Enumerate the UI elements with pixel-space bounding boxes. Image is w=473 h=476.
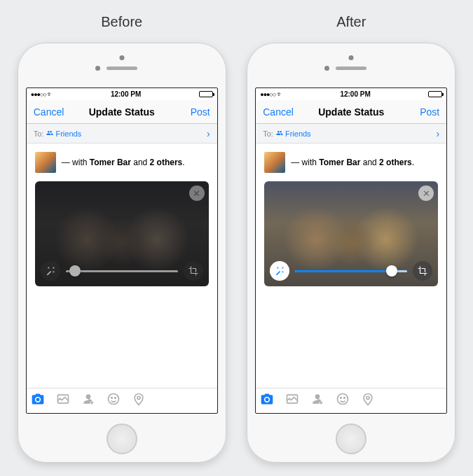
camera-icon[interactable] <box>31 392 45 410</box>
screen-before: ●●●○○ ᯤ 12:00 PM Cancel Update Status Po… <box>26 88 218 414</box>
cancel-button[interactable]: Cancel <box>263 106 295 118</box>
slider-fill <box>295 270 392 272</box>
cancel-button[interactable]: Cancel <box>34 106 66 118</box>
svg-point-4 <box>137 396 140 399</box>
audience-value: Friends <box>55 130 81 138</box>
svg-point-6 <box>338 394 348 405</box>
tag-people-icon[interactable] <box>81 392 95 410</box>
location-icon[interactable] <box>132 392 146 410</box>
composer-header: — with Tomer Bar and 2 others. <box>35 152 209 173</box>
magic-enhance-button[interactable] <box>270 261 289 281</box>
feeling-icon[interactable] <box>336 392 350 410</box>
wand-icon <box>46 266 55 276</box>
wand-icon <box>275 266 285 276</box>
to-label: To: <box>263 130 273 138</box>
phone-camera-dot <box>349 55 354 60</box>
signal-icon: ●●●○○ ᯤ <box>31 91 53 98</box>
home-button[interactable] <box>107 424 137 454</box>
feeling-icon[interactable] <box>107 392 121 410</box>
enhance-slider[interactable] <box>66 270 178 272</box>
svg-point-1 <box>108 394 118 405</box>
post-button[interactable]: Post <box>407 106 439 118</box>
friends-icon <box>276 130 283 138</box>
signal-icon: ●●●○○ ᯤ <box>260 91 282 98</box>
svg-point-3 <box>114 398 116 399</box>
phone-speaker <box>107 66 137 70</box>
nav-bar: Cancel Update Status Post <box>27 100 217 124</box>
composer-toolbar <box>256 388 446 413</box>
nav-title: Update Status <box>89 106 155 118</box>
composer-area[interactable]: — with Tomer Bar and 2 others. ✕ <box>27 144 217 388</box>
phone-sensor-dot <box>324 66 329 71</box>
composer-area[interactable]: — with Tomer Bar and 2 others. ✕ <box>256 144 446 388</box>
phone-frame-after: ●●●○○ ᯤ 12:00 PM Cancel Update Status Po… <box>247 43 455 463</box>
friends-icon <box>46 130 53 138</box>
phone-sensor-dot <box>95 66 100 71</box>
location-icon[interactable] <box>361 392 375 410</box>
home-button[interactable] <box>336 424 366 454</box>
post-button[interactable]: Post <box>178 106 210 118</box>
status-time: 12:00 PM <box>340 90 370 98</box>
before-column: Before ●●●○○ ᯤ 12:00 PM Cancel Update St… <box>18 14 226 463</box>
phone-frame-before: ●●●○○ ᯤ 12:00 PM Cancel Update Status Po… <box>18 43 226 463</box>
album-icon[interactable] <box>56 392 70 410</box>
photo-attachment[interactable]: ✕ <box>35 181 209 286</box>
battery-icon <box>428 91 442 97</box>
enhance-slider[interactable] <box>295 270 407 272</box>
comparison-container: Before ●●●○○ ᯤ 12:00 PM Cancel Update St… <box>0 0 473 476</box>
chevron-right-icon: › <box>437 128 440 139</box>
svg-point-7 <box>341 398 342 399</box>
audience-selector[interactable]: To: Friends › <box>27 124 217 144</box>
photo-edit-controls <box>270 261 432 281</box>
album-icon[interactable] <box>285 392 299 410</box>
status-bar: ●●●○○ ᯤ 12:00 PM <box>256 88 446 100</box>
nav-bar: Cancel Update Status Post <box>256 100 446 124</box>
close-icon: ✕ <box>423 188 430 199</box>
before-label: Before <box>101 14 142 30</box>
remove-photo-button[interactable]: ✕ <box>418 186 434 201</box>
avatar <box>264 152 285 173</box>
status-bar: ●●●○○ ᯤ 12:00 PM <box>27 88 217 100</box>
photo-attachment[interactable]: ✕ <box>264 181 438 286</box>
screen-after: ●●●○○ ᯤ 12:00 PM Cancel Update Status Po… <box>255 88 447 414</box>
camera-icon[interactable] <box>260 392 274 410</box>
crop-button[interactable] <box>184 261 203 281</box>
close-icon: ✕ <box>193 188 200 199</box>
chevron-right-icon: › <box>207 128 210 139</box>
composer-toolbar <box>27 388 217 413</box>
svg-point-2 <box>111 398 112 399</box>
status-time: 12:00 PM <box>111 90 141 98</box>
after-column: After ●●●○○ ᯤ 12:00 PM Cancel Update Sta… <box>247 14 455 463</box>
nav-title: Update Status <box>318 106 384 118</box>
photo-edit-controls <box>41 261 203 281</box>
magic-enhance-button[interactable] <box>41 261 60 281</box>
to-label: To: <box>34 130 44 138</box>
phone-camera-dot <box>119 55 124 60</box>
tag-text: — with Tomer Bar and 2 others. <box>62 158 185 167</box>
slider-thumb[interactable] <box>69 265 81 276</box>
audience-selector[interactable]: To: Friends › <box>256 124 446 144</box>
slider-thumb[interactable] <box>386 265 397 276</box>
crop-icon <box>418 266 427 276</box>
phone-speaker <box>336 66 366 70</box>
after-label: After <box>336 14 366 30</box>
tag-text: — with Tomer Bar and 2 others. <box>291 158 414 167</box>
battery-icon <box>199 91 213 97</box>
svg-point-9 <box>366 396 369 399</box>
crop-icon <box>188 266 198 276</box>
svg-point-8 <box>344 398 345 399</box>
avatar <box>35 152 56 173</box>
remove-photo-button[interactable]: ✕ <box>189 186 205 201</box>
crop-button[interactable] <box>413 261 432 281</box>
composer-header: — with Tomer Bar and 2 others. <box>264 152 438 173</box>
audience-value: Friends <box>285 130 311 138</box>
tag-people-icon[interactable] <box>310 392 324 410</box>
